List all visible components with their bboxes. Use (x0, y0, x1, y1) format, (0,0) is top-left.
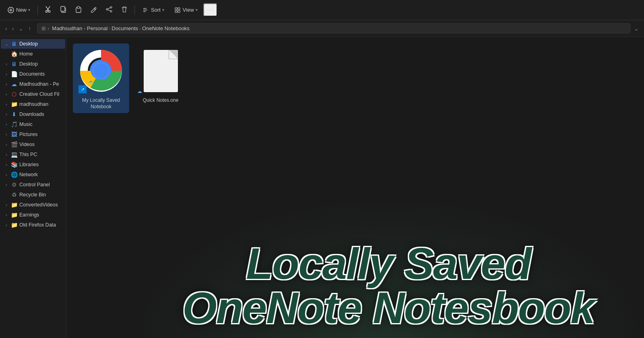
sidebar-item-converted-videos[interactable]: › 📁 ConvertedVideos (1, 200, 65, 210)
sidebar-desktop-label: Desktop (19, 41, 62, 47)
file-item-quick-notes[interactable]: ☁ Quick Notes.one (132, 43, 189, 113)
nav-back[interactable]: ‹ (3, 24, 9, 33)
sidebar-item-earnings[interactable]: › 📁 Earnings (1, 210, 65, 220)
new-button[interactable]: New ▾ (3, 5, 34, 15)
nav-arrows: ‹ › ⌄ ↑ (3, 24, 33, 33)
chevron-right-icon-3: › (4, 82, 9, 87)
libraries-icon: 📚 (11, 161, 17, 168)
sidebar-item-pictures[interactable]: › 🖼 Pictures (1, 130, 65, 139)
sidebar-item-madhsudhan-pe[interactable]: › ☁ Madhsudhan - Pe (1, 79, 65, 89)
onenote-file-icon (144, 50, 178, 92)
sidebar-home-label: Home (19, 51, 62, 57)
sort-button[interactable]: Sort ▾ (138, 5, 168, 15)
file-icon-area-onenote: ☁ (136, 47, 185, 95)
sidebar-pictures-label: Pictures (19, 132, 62, 137)
content-area: ↗ ☁ My Locally Saved Notebook ☁ Quick No… (66, 37, 644, 338)
rename-icon (90, 6, 97, 14)
delete-button[interactable] (118, 4, 131, 16)
more-button[interactable]: ··· (203, 3, 217, 16)
paste-button[interactable] (72, 4, 85, 16)
sidebar-item-home[interactable]: 🏠 Home (1, 49, 65, 59)
sidebar-recycle-bin-label: Recycle Bin (19, 192, 62, 198)
sidebar-item-madhsudhan-folder[interactable]: › 📁 madhsudhan (1, 99, 65, 109)
sidebar: ⌄ 🖥 Desktop 🏠 Home › 🖥 Desktop › 📄 Docum… (0, 37, 66, 338)
svg-rect-6 (61, 6, 65, 11)
downloads-icon: ⬇ (11, 111, 17, 117)
chevron-right-icon-5: › (4, 102, 9, 107)
sidebar-item-music[interactable]: › 🎵 Music (1, 120, 65, 129)
nav-down[interactable]: ⌄ (17, 24, 25, 33)
sidebar-madhsudhan-folder-label: madhsudhan (19, 101, 62, 107)
nav-forward[interactable]: › (10, 24, 16, 33)
chevron-right-icon-15: › (4, 212, 9, 217)
view-icon (174, 6, 181, 14)
chevron-right-icon-8: › (4, 132, 9, 137)
sidebar-item-this-pc[interactable]: › 💻 This PC (1, 150, 65, 159)
chevron-right-icon-13: › (4, 182, 9, 187)
sort-chevron: ▾ (162, 8, 164, 12)
svg-line-13 (108, 10, 110, 11)
documents-icon: 📄 (11, 71, 17, 77)
chevron-right-icon-14: › (4, 202, 9, 207)
recycle-bin-icon: ♻ (11, 192, 17, 198)
copy-button[interactable] (56, 4, 70, 16)
delete-icon (121, 6, 128, 14)
main-area: ⌄ 🖥 Desktop 🏠 Home › 🖥 Desktop › 📄 Docum… (0, 37, 644, 338)
desktop2-icon: 🖥 (11, 61, 17, 67)
sidebar-converted-videos-label: ConvertedVideos (19, 202, 62, 208)
chevron-placeholder-2 (4, 192, 9, 197)
svg-point-9 (110, 6, 112, 8)
sidebar-item-network[interactable]: › 🌐 Network (1, 170, 65, 179)
chevron-right-icon-6: › (4, 112, 9, 117)
sidebar-downloads-label: Downloads (19, 111, 62, 117)
svg-rect-18 (178, 8, 180, 10)
chevron-down-icon: ⌄ (4, 41, 9, 46)
music-icon: 🎵 (11, 121, 17, 128)
breadcrumb-madhsudhan[interactable]: Madhsudhan - Personal (52, 25, 107, 31)
breadcrumb-documents[interactable]: Documents (111, 25, 138, 31)
file-item-my-locally-saved[interactable]: ↗ ☁ My Locally Saved Notebook (73, 43, 129, 113)
sidebar-item-old-firefox[interactable]: › 📁 Old Firefox Data (1, 220, 65, 230)
folder-madhsudhan-icon: 📁 (11, 101, 17, 107)
toolbar-sep-1 (37, 5, 38, 15)
sidebar-network-label: Network (19, 172, 62, 177)
rename-button[interactable] (87, 4, 101, 16)
svg-point-26 (93, 63, 109, 79)
chevron-right-icon-9: › (4, 142, 9, 147)
sidebar-creative-cloud-label: Creative Cloud Fil (19, 91, 62, 97)
breadcrumb-dropdown[interactable]: ⌄ (632, 24, 641, 33)
sidebar-item-libraries[interactable]: › 📚 Libraries (1, 160, 65, 169)
sidebar-item-recycle-bin[interactable]: ♻ Recycle Bin (1, 190, 65, 200)
chevron-right-icon-12: › (4, 172, 9, 177)
breadcrumb-onenote[interactable]: OneNote Notebooks (142, 25, 190, 31)
chevron-placeholder (4, 52, 9, 56)
share-button[interactable] (102, 4, 116, 16)
svg-rect-20 (178, 10, 180, 12)
nav-up[interactable]: ↑ (26, 24, 33, 33)
breadcrumb-path: ⊞ › Madhsudhan - Personal › Documents › … (37, 23, 630, 33)
new-icon (7, 6, 14, 14)
sidebar-item-desktop[interactable]: ⌄ 🖥 Desktop (1, 39, 65, 49)
sort-label: Sort (151, 7, 161, 13)
sidebar-this-pc-label: This PC (19, 152, 62, 157)
sidebar-item-videos[interactable]: › 🎬 Videos (1, 140, 65, 149)
svg-rect-19 (175, 10, 177, 12)
file-name-locally-saved: My Locally Saved Notebook (76, 97, 126, 110)
view-button[interactable]: View ▾ (170, 5, 202, 15)
shortcut-arrow-icon: ↗ (78, 85, 87, 93)
sidebar-item-downloads[interactable]: › ⬇ Downloads (1, 109, 65, 119)
sidebar-item-creative-cloud[interactable]: › ⬡ Creative Cloud Fil (1, 89, 65, 99)
sidebar-libraries-label: Libraries (19, 162, 62, 167)
cut-button[interactable] (41, 4, 55, 16)
sidebar-control-panel-label: Control Panel (19, 182, 62, 188)
sidebar-item-desktop2[interactable]: › 🖥 Desktop (1, 59, 65, 69)
svg-line-12 (108, 8, 110, 9)
sidebar-madhsudhan-pe-label: Madhsudhan - Pe (19, 81, 62, 87)
sidebar-item-control-panel[interactable]: › ⚙ Control Panel (1, 180, 65, 190)
sidebar-old-firefox-label: Old Firefox Data (19, 222, 62, 228)
file-name-quick-notes: Quick Notes.one (143, 97, 179, 104)
sidebar-item-documents[interactable]: › 📄 Documents (1, 69, 65, 79)
cloud-icon: ☁ (11, 81, 17, 87)
sidebar-music-label: Music (19, 122, 62, 127)
sort-icon (142, 6, 149, 14)
